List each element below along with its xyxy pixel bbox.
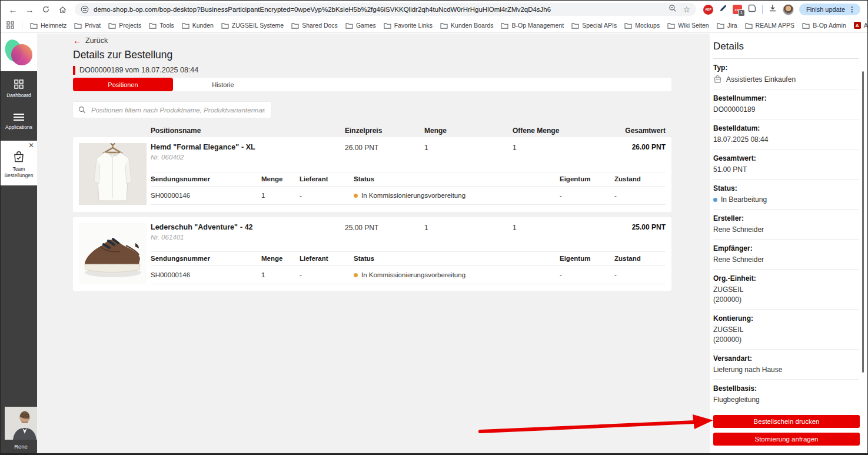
field-bestellnummer: Bestellnummer: DO00000189 bbox=[713, 89, 859, 119]
bookmark-folder[interactable]: Favorite Links bbox=[384, 22, 433, 29]
subcol-zustand: Zustand bbox=[614, 175, 666, 182]
app-logo[interactable] bbox=[1, 34, 37, 71]
org-einheit-code: (200000) bbox=[713, 295, 859, 304]
print-order-button[interactable]: Bestellschein drucken bbox=[713, 415, 860, 428]
shipment-qty: 1 bbox=[261, 271, 300, 278]
product-name-cell: Hemd "Formal Elegance"- XL Nr. 060402 bbox=[151, 143, 345, 164]
product-name[interactable]: Hemd "Formal Elegance" bbox=[151, 143, 239, 151]
bookmark-folder[interactable]: Wiki Seiten bbox=[667, 22, 709, 29]
bestellnummer-value: DO00000189 bbox=[713, 105, 859, 114]
bookmark-folder[interactable]: Jira bbox=[717, 22, 737, 29]
details-fields: Typ: Assistiertes Einkaufen Bestellnumme… bbox=[713, 59, 859, 407]
bookmark-folder[interactable]: Projects bbox=[108, 22, 141, 29]
bookmark-folder[interactable]: ZUGSEIL Systeme bbox=[221, 22, 284, 29]
sidebar-item-team-bestellungen[interactable]: ✕ Team Bestellungen bbox=[1, 141, 37, 185]
org-einheit-value: ZUGSEIL bbox=[713, 285, 859, 294]
user-name-label: Rene bbox=[5, 442, 37, 451]
tab-positionen[interactable]: Positionen bbox=[73, 78, 173, 91]
back-link[interactable]: ← Zurück bbox=[73, 36, 710, 45]
finish-update-button[interactable]: Finish update ⋮ bbox=[799, 4, 860, 15]
home-icon[interactable] bbox=[55, 2, 70, 17]
zoom-icon[interactable] bbox=[669, 4, 677, 15]
subcol-sendungsnummer: Sendungsnummer bbox=[151, 175, 261, 182]
user-photo bbox=[5, 407, 37, 440]
shipment-condition: - bbox=[614, 192, 666, 199]
product-number: Nr. 060402 bbox=[151, 154, 345, 161]
password-extension-icon[interactable]: •••1 bbox=[733, 5, 742, 14]
unit-price: 25.00 PNT bbox=[345, 223, 424, 243]
applications-menu-icon bbox=[2, 113, 36, 121]
bookmark-folder[interactable]: Tools bbox=[149, 22, 174, 29]
field-ersteller: Ersteller: Rene Schneider bbox=[713, 210, 859, 240]
extension-badge: 1 bbox=[738, 9, 745, 16]
address-bar[interactable]: demo-shop.b-op.com/bop-desktop?BusinessP… bbox=[75, 3, 696, 16]
product-name-cell: Lederschuh "Adventure"- 42 Nr. 061401 bbox=[151, 223, 345, 243]
bookmark-folder[interactable]: Heimnetz bbox=[30, 22, 66, 29]
bookmark-acrobat[interactable]: AAdobe Acrobat bbox=[854, 22, 867, 29]
total-value: 25.00 PNT bbox=[607, 223, 666, 243]
menu-dots-icon[interactable]: ⋮ bbox=[849, 6, 856, 12]
field-empfaenger: Empfänger: Rene Schneider bbox=[713, 240, 859, 270]
shopping-bag-check-icon bbox=[2, 151, 36, 163]
product-name[interactable]: Lederschuh "Adventure" bbox=[151, 223, 238, 231]
order-subtitle: DO00000189 vom 18.07.2025 08:44 bbox=[73, 65, 710, 75]
browser-window: ← → demo-shop.b-op.com/bop-desktop?Busin… bbox=[0, 0, 868, 455]
profile-avatar-icon[interactable] bbox=[783, 4, 794, 15]
pen-extension-icon[interactable] bbox=[719, 4, 727, 15]
product-image-shirt bbox=[79, 143, 147, 207]
col-offene-menge: Offene Menge bbox=[513, 127, 607, 135]
kontierung-value: ZUGSEIL bbox=[713, 326, 859, 334]
bookmark-label: ZUGSEIL Systeme bbox=[232, 22, 284, 29]
bookmark-label: Tools bbox=[159, 22, 174, 29]
reload-icon[interactable] bbox=[38, 2, 54, 17]
sidebar-item-dashboard[interactable]: Dashboard bbox=[1, 71, 37, 105]
bookmark-folder[interactable]: Kunden bbox=[182, 22, 214, 29]
subcol-sendungsnummer: Sendungsnummer bbox=[151, 255, 261, 262]
bookmark-folder[interactable]: Kunden Boards bbox=[440, 22, 493, 29]
search-input[interactable] bbox=[90, 106, 266, 114]
bookmark-folder[interactable]: B-Op Admin bbox=[802, 22, 846, 29]
tab-historie[interactable]: Historie bbox=[173, 78, 273, 91]
bookmark-folder[interactable]: B-Op Management bbox=[501, 22, 564, 29]
tab-strip: Positionen Historie bbox=[73, 78, 671, 91]
sidebar-item-label: Dashboard bbox=[6, 92, 31, 98]
sidebar-item-applications[interactable]: Applications bbox=[1, 105, 37, 137]
user-avatar[interactable]: Rene bbox=[5, 407, 37, 451]
shipment-number: SH00000146 bbox=[151, 271, 261, 278]
app-sidebar: Dashboard Applications ✕ Team Bestellung… bbox=[1, 34, 37, 453]
request-cancellation-button[interactable]: Stornierung anfragen bbox=[713, 433, 860, 446]
bookmark-label: Kunden Boards bbox=[451, 22, 493, 29]
forward-icon[interactable]: → bbox=[22, 2, 37, 17]
bookmark-folder[interactable]: Special APIs bbox=[571, 22, 617, 29]
site-settings-icon[interactable] bbox=[81, 5, 89, 14]
bookmark-folder[interactable]: REALM APPS bbox=[745, 22, 795, 29]
close-icon[interactable]: ✕ bbox=[28, 142, 34, 149]
col-positionsname: Positionsname bbox=[151, 127, 345, 135]
bookmark-folder[interactable]: Privat bbox=[74, 22, 101, 29]
shipment-row[interactable]: SH00000146 1 - In Kommissionierungsvorbe… bbox=[151, 266, 666, 284]
bookmark-folder[interactable]: Mockups bbox=[624, 22, 660, 29]
bookmarks-bar: Heimnetz Privat Projects Tools Kunden ZU… bbox=[1, 18, 867, 33]
shipment-supplier: - bbox=[300, 271, 354, 278]
bookmark-folder[interactable]: Shared Docs bbox=[291, 22, 338, 29]
shipment-ownership: - bbox=[560, 192, 614, 199]
side-panel-icon[interactable] bbox=[747, 4, 757, 15]
bookmark-star-icon[interactable]: ☆ bbox=[683, 5, 690, 14]
shipment-row[interactable]: SH00000146 1 - In Kommissionierungsvorbe… bbox=[151, 187, 666, 205]
downloads-icon[interactable] bbox=[768, 4, 777, 15]
apps-grid-icon[interactable] bbox=[6, 21, 14, 30]
shipment-status: In Kommissionierungsvorbereitung bbox=[354, 271, 560, 278]
bookmark-folder[interactable]: Games bbox=[345, 22, 376, 29]
back-arrow-icon: ← bbox=[73, 36, 82, 45]
panel-scrollbar[interactable] bbox=[862, 71, 864, 373]
bookmark-label: Favorite Links bbox=[394, 22, 433, 29]
positions-filter[interactable] bbox=[73, 102, 271, 118]
home-glyph bbox=[58, 5, 67, 14]
pdf-icon: A bbox=[854, 22, 861, 29]
back-icon[interactable]: ← bbox=[5, 2, 21, 17]
kontierung-code: (200000) bbox=[713, 336, 859, 344]
bestelldatum-value: 18.07.2025 08:44 bbox=[713, 135, 859, 144]
adblock-extension-icon[interactable]: ABP bbox=[703, 5, 713, 15]
order-details-page: ← Zurück Details zur Bestellung DO000001… bbox=[37, 34, 710, 453]
gesamtwert-value: 51.00 PNT bbox=[713, 165, 859, 174]
